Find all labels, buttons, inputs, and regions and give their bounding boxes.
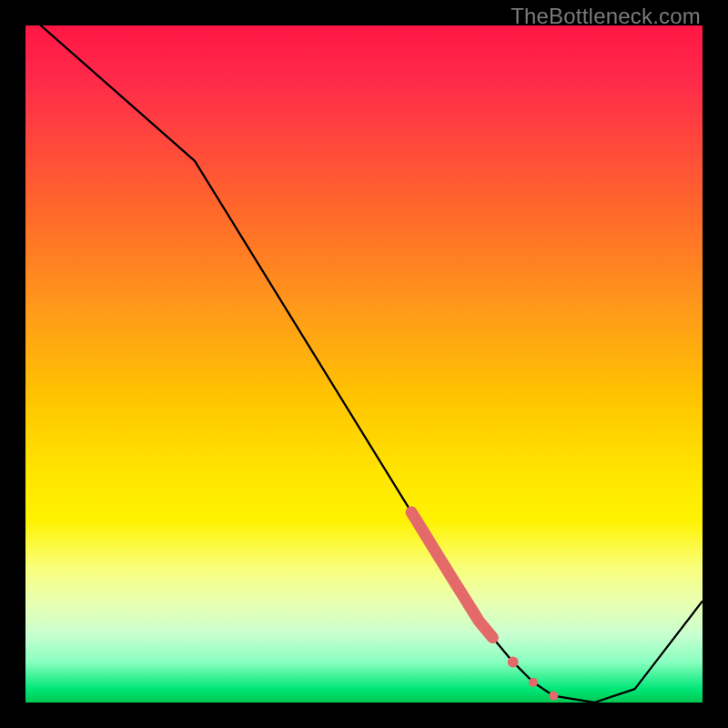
bottleneck-curve-line (25, 25, 703, 703)
highlight-dot (549, 692, 558, 701)
highlight-dot (508, 656, 519, 667)
chart-frame: TheBottleneck.com (0, 0, 728, 728)
highlight-dots (508, 656, 559, 700)
plot-area (25, 25, 703, 703)
highlight-dot (529, 678, 538, 687)
chart-svg (25, 25, 703, 703)
highlight-thick-segment (411, 512, 492, 638)
